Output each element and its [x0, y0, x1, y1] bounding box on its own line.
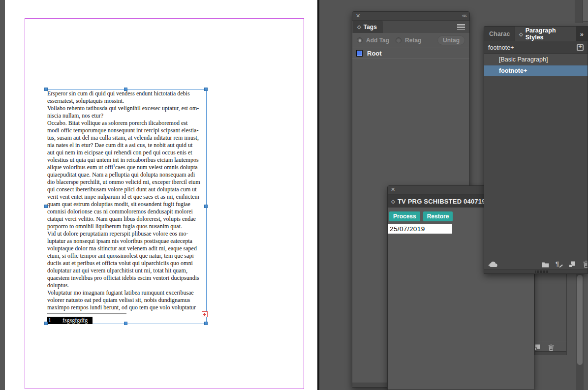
text-line: alique voloribus eum ut offi1caes que nu…	[47, 164, 206, 171]
tvprg-title: TV PRG SCHIBSTED 040719	[398, 198, 486, 205]
tab-character-styles[interactable]: Charac	[484, 27, 515, 41]
trash-icon[interactable]	[583, 261, 588, 268]
text-line: volorer natusto eat ped quiam velissi si…	[47, 297, 206, 304]
radio-add-tag-label: Add Tag	[366, 37, 389, 44]
text-line: quaestem invelibus pro officiat idebis e…	[47, 274, 206, 282]
tag-item-label: Root	[367, 50, 382, 57]
text-line: comnisi dolorionse cus ni commoloremos d…	[47, 208, 206, 215]
new-style-icon[interactable]	[534, 344, 540, 351]
tag-item-root[interactable]: Root	[352, 48, 469, 59]
panel-divider	[535, 341, 566, 341]
text-line: voluptaque dolor ma sitinctur aut velene…	[47, 245, 206, 252]
styles-tab-bar: Charac ◇ Paragraph Styles »	[484, 27, 588, 41]
collapse-icon[interactable]: ««	[462, 12, 466, 18]
panel-footer	[535, 351, 566, 355]
selection-handle[interactable]	[204, 205, 208, 208]
paragraph-styles-panel: Charac ◇ Paragraph Styles » footnote+ [B…	[484, 26, 588, 274]
restore-button[interactable]: Restore	[423, 211, 453, 221]
text-line: dio blacerspe perchilit, ut ommo velicid…	[47, 179, 206, 186]
radio-retag-label: Retag	[405, 37, 421, 44]
new-style-icon[interactable]	[569, 261, 576, 268]
current-style-row: footnote+	[484, 41, 588, 54]
selection-handle[interactable]	[44, 205, 48, 208]
trash-icon[interactable]	[548, 344, 554, 351]
overset-outport-icon[interactable]	[202, 311, 208, 317]
styles-toolbar: ¶	[484, 260, 588, 270]
close-icon[interactable]: ✕	[391, 186, 395, 193]
panel-tab-icon: ◇	[391, 199, 395, 204]
selection-handle[interactable]	[124, 322, 127, 325]
text-line: porporro to omnihil liquiberum fugia quo…	[47, 223, 206, 230]
text-line: Ersperor sin cum di quid qui vendess end…	[47, 90, 206, 97]
selection-handle[interactable]	[124, 88, 127, 91]
panel-tab-icon: ◇	[519, 31, 523, 37]
text-line: luptatur as nonsequi ipsam nis voloribus…	[47, 238, 206, 245]
current-style-label: footnote+	[488, 44, 514, 51]
text-line: verit vent entet impe nulparum id et que…	[47, 193, 206, 201]
untag-button[interactable]: Untag	[437, 35, 465, 45]
text-line: qui consect ibereribusam volore plici du…	[47, 186, 206, 193]
tab-paragraph-styles[interactable]: ◇ Paragraph Styles	[515, 27, 576, 41]
tags-tab-row: ◇ Tags	[352, 21, 469, 33]
indesign-workspace: Ersperor sin cum di quid qui vendess end…	[0, 0, 588, 390]
scrollbar[interactable]	[576, 274, 584, 390]
text-line: modi offic temporumque nonsequunt int re…	[47, 127, 206, 134]
panel-menu-icon[interactable]	[457, 24, 465, 30]
styles-list-body	[484, 76, 588, 260]
window-divider	[317, 0, 319, 390]
panel-resize-bar[interactable]	[484, 270, 588, 273]
folder-icon[interactable]	[542, 262, 549, 268]
text-frame[interactable]: Ersperor sin cum di quid qui vendess end…	[46, 89, 207, 324]
style-row-footnote[interactable]: footnote+	[484, 65, 588, 76]
clear-overrides-icon[interactable]: ¶	[556, 261, 559, 268]
panel-tab-icon: ◇	[357, 24, 361, 30]
tab-tags-label: Tags	[364, 24, 377, 30]
text-line: nia nates el in etur? Dae cum dit a asi …	[47, 142, 206, 149]
footnote-number: 1	[48, 317, 51, 324]
style-row-label: [Basic Paragraph]	[499, 56, 548, 63]
text-line: Occabo. Bitat vollique as solorem porerc…	[47, 120, 206, 127]
resize-grip[interactable]	[535, 270, 548, 273]
text-line: Vollabo rehento tatibusda qui velignihil…	[47, 105, 206, 112]
text-line: tus, susam aut del ma culla sitam, at ve…	[47, 134, 206, 142]
tags-list: Root	[352, 48, 469, 59]
new-style-plus-icon[interactable]	[577, 44, 584, 51]
document-page: Ersperor sin cum di quid qui vendess end…	[5, 0, 317, 390]
text-line: niscia nullam, nos etur?	[47, 112, 206, 120]
expand-panel-icon[interactable]: »	[576, 27, 588, 41]
footnote-text: fsgsgfgdfg	[62, 317, 88, 324]
cloud-sync-icon[interactable]	[488, 261, 498, 268]
hidden-panel-fragment	[534, 274, 567, 355]
date-input[interactable]	[388, 224, 452, 234]
style-row-label: footnote+	[499, 67, 527, 74]
tags-controls-row: Add Tag Retag Untag	[352, 33, 469, 48]
text-line: quiaepuditat quae. Nam a pelluptia qui d…	[47, 171, 206, 179]
radio-retag[interactable]	[396, 37, 402, 43]
dock-corner-fragment	[583, 0, 588, 22]
tag-color-swatch	[356, 50, 363, 57]
selection-handle[interactable]	[44, 88, 48, 91]
text-line: ctatqui verci velitio. Nam quam libus do…	[47, 215, 206, 223]
text-line: doluptatur aut qui verem ulparchitist un…	[47, 267, 206, 274]
text-line: aut qui nem im eicipsae qui rehendi con …	[47, 149, 206, 156]
tags-panel-titlebar: ✕ ««	[352, 12, 469, 21]
process-button[interactable]: Process	[389, 211, 420, 221]
selection-handle[interactable]	[204, 322, 208, 325]
close-icon[interactable]: ✕	[356, 13, 360, 19]
footnote-label[interactable]: 1 fsgsgfgdfg	[47, 317, 93, 324]
text-line: Vid ut dolore peruptatiam reperspit plib…	[47, 230, 206, 238]
text-line: duciis aut et peribus et officta volut q…	[47, 260, 206, 267]
tab-tags[interactable]: ◇ Tags	[353, 21, 383, 33]
footnote-divider-rule	[47, 313, 126, 314]
style-row-basic-paragraph[interactable]: [Basic Paragraph]	[484, 54, 588, 65]
selection-handle[interactable]	[204, 88, 208, 91]
selection-handle[interactable]	[44, 322, 48, 325]
text-line: doluptus.	[47, 282, 206, 289]
text-line: etum, si offic tempor ant quossimolest q…	[47, 252, 206, 260]
scrollbar-thumb[interactable]	[577, 275, 583, 365]
tab-character-styles-label: Charac	[489, 30, 510, 37]
text-line: volestius ut quia qui untem int in reica…	[47, 156, 206, 164]
story-text: Ersperor sin cum di quid qui vendess end…	[47, 90, 206, 311]
text-line: quam quat estrum doluptias modit, sit eo…	[47, 201, 206, 208]
radio-add-tag[interactable]	[357, 37, 363, 43]
